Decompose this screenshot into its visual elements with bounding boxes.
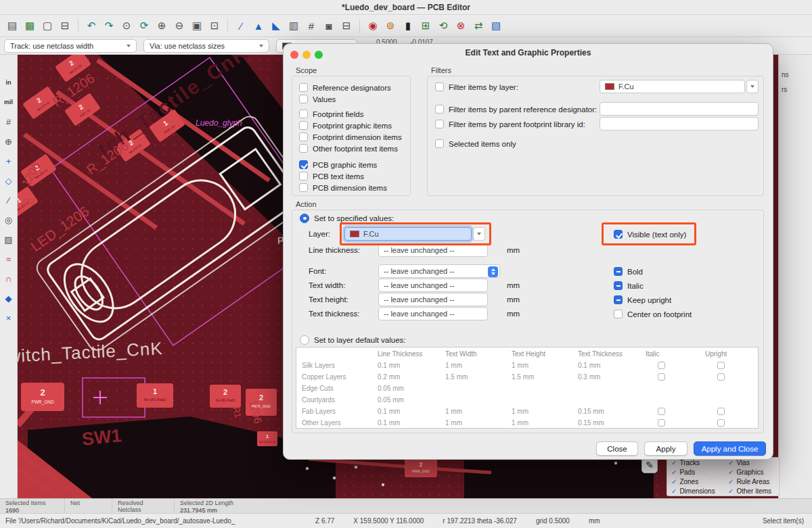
refresh-icon[interactable]: ⟳ [136, 18, 152, 34]
filter-layer-combo[interactable]: F.Cu [600, 80, 745, 93]
scope-pcb-text-items[interactable]: PCB text items [292, 170, 410, 182]
filter-zones[interactable]: ✓Zones [671, 477, 728, 486]
italic-checkbox[interactable] [658, 362, 665, 369]
scope-values[interactable]: Values [292, 93, 410, 105]
units-mil-button[interactable]: mil [1, 95, 17, 110]
polar-coords-icon[interactable]: ⊕ [1, 134, 17, 149]
text-height-input[interactable]: -- leave unchanged -- [378, 293, 488, 306]
filter-other-items[interactable]: ✓Other items [728, 486, 779, 496]
filter-reference-input[interactable] [600, 102, 759, 116]
curved-ratsnest-icon[interactable]: ≈ [1, 251, 17, 266]
via-display-icon[interactable]: ◎ [1, 212, 17, 227]
filter-layer-dropdown-button[interactable] [746, 80, 759, 93]
text-width-input[interactable]: -- leave unchanged -- [378, 279, 488, 292]
filter-pads[interactable]: ✓Pads [671, 467, 728, 477]
grid-toggle-icon[interactable]: # [1, 114, 17, 129]
close-button[interactable]: Close [596, 441, 638, 456]
italic-checkbox[interactable] [658, 408, 665, 415]
via-size-select[interactable]: Via: use netclass sizes [143, 39, 269, 53]
scope-pcb-graphic-items[interactable]: PCB graphic items [292, 159, 410, 170]
drc-icon[interactable]: ◉ [365, 18, 381, 34]
upright-checkbox[interactable] [717, 362, 725, 369]
delete-tool-icon[interactable]: × [1, 310, 17, 325]
lock-icon[interactable]: ◙ [321, 18, 337, 34]
checkbox[interactable] [299, 160, 308, 169]
filter-graphics[interactable]: ✓Graphics [728, 467, 779, 477]
inspect-icon[interactable]: ◆ [1, 291, 17, 306]
checkbox[interactable] [435, 105, 444, 114]
scope-footprint-graphic-items[interactable]: Footprint graphic items [292, 120, 410, 131]
checkbox[interactable] [299, 183, 308, 192]
filter-selected-items-only[interactable]: Selected items only [428, 138, 516, 149]
checkbox[interactable] [299, 172, 308, 181]
page-settings-icon[interactable]: ▢ [39, 18, 55, 34]
redo-icon[interactable]: ↷ [101, 18, 117, 34]
upright-checkbox[interactable] [717, 373, 725, 381]
undo-icon[interactable]: ↶ [83, 18, 99, 34]
pad[interactable]: 2 PWR_GND [21, 383, 64, 411]
zoom-in-icon[interactable]: ⊕ [154, 18, 170, 34]
apply-and-close-button[interactable]: Apply and Close [694, 441, 766, 456]
italic-checkbox[interactable] [658, 373, 665, 381]
filter-dimensions[interactable]: ✓Dimensions [671, 486, 728, 496]
scope-pcb-dimension-items[interactable]: PCB dimension items [292, 182, 410, 193]
save-icon[interactable]: ▤ [4, 18, 20, 34]
checkbox[interactable] [614, 310, 623, 318]
board-setup-icon[interactable]: ▦ [22, 18, 38, 34]
radio-button[interactable] [300, 214, 309, 223]
upright-checkbox[interactable] [717, 419, 725, 427]
zoom-out-icon[interactable]: ⊖ [171, 18, 187, 34]
font-select[interactable]: -- leave unchanged -- [378, 264, 500, 278]
scope-footprint-fields[interactable]: Footprint fields [292, 108, 410, 120]
center-on-footprint-checkbox[interactable]: Center on footprint [607, 308, 692, 320]
search-icon[interactable]: ⊙ [118, 18, 135, 34]
italic-checkbox[interactable]: Italic [607, 280, 644, 291]
text-thickness-input[interactable]: -- leave unchanged -- [378, 307, 488, 320]
checkbox[interactable] [299, 95, 308, 103]
italic-checkbox[interactable] [658, 419, 665, 427]
track-display-icon[interactable]: ∕ [1, 193, 17, 208]
filter-by-parent-library-id[interactable]: Filter items by parent footprint library… [428, 118, 585, 130]
net-highlight-icon[interactable]: ∩ [1, 271, 17, 286]
checkbox[interactable] [299, 121, 308, 130]
pad[interactable]: 2 PWR_GND [405, 458, 437, 477]
checkbox[interactable] [299, 144, 308, 153]
zoom-fit-icon[interactable]: ▣ [189, 18, 205, 34]
checkbox[interactable] [614, 267, 623, 276]
units-inch-button[interactable]: in [1, 75, 17, 90]
scope-footprint-dimension-items[interactable]: Footprint dimension items [292, 131, 410, 143]
grid-settings-icon[interactable]: # [303, 18, 319, 34]
plugins-icon[interactable]: ⇄ [470, 18, 487, 34]
highlight-net-icon[interactable]: ⊚ [382, 18, 399, 34]
print-icon[interactable]: ⊟ [57, 18, 73, 34]
zoom-selection-icon[interactable]: ⊡ [206, 18, 223, 34]
checkbox[interactable] [614, 281, 623, 290]
dimensions-icon[interactable]: ▥ [286, 18, 302, 34]
apply-button[interactable]: Apply [644, 441, 687, 456]
viewer-3d-icon[interactable]: ▧ [488, 18, 504, 34]
checkbox[interactable] [299, 83, 308, 92]
checkbox[interactable] [299, 133, 308, 141]
filter-by-parent-reference[interactable]: Filter items by parent reference designa… [428, 103, 597, 115]
ratsnest-toggle-icon[interactable]: ◇ [1, 173, 17, 188]
upright-checkbox[interactable] [717, 408, 725, 415]
checkbox[interactable] [435, 139, 444, 148]
pad[interactable]: 2 Net-(R1-Pad1) [210, 385, 241, 408]
line-thickness-input[interactable]: -- leave unchanged -- [378, 243, 488, 257]
scope-reference-designators[interactable]: Reference designators [292, 82, 410, 93]
track-width-select[interactable]: Track: use netclass width [4, 39, 137, 53]
cursor-style-icon[interactable]: + [1, 153, 17, 168]
keep-upright-checkbox[interactable]: Keep upright [607, 294, 671, 306]
footprint-editor-icon[interactable]: ⊞ [418, 18, 434, 34]
hide-ratsnest-icon[interactable]: ⊟ [338, 18, 355, 34]
update-pcb-icon[interactable]: ⟲ [435, 18, 451, 34]
route-tracks-icon[interactable]: ∕ [233, 18, 249, 34]
mirror-icon[interactable]: ◣ [268, 18, 284, 34]
set-layer-defaults-radio[interactable]: Set to layer default values: [293, 334, 406, 345]
scope-other-footprint-text-items[interactable]: Other footprint text items [292, 143, 410, 154]
checkbox[interactable] [435, 82, 444, 91]
bold-checkbox[interactable]: Bold [607, 266, 643, 277]
checkbox[interactable] [614, 295, 623, 304]
filter-library-id-input[interactable] [600, 117, 759, 130]
zone-display-icon[interactable]: ▨ [1, 232, 17, 247]
